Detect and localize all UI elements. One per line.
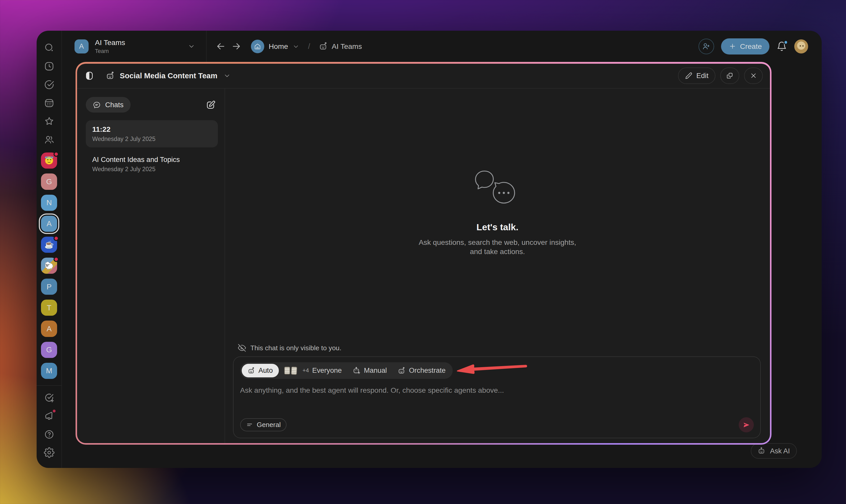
empty-state-title: Let's talk. (477, 222, 518, 233)
workspace-avatar[interactable]: N (41, 195, 57, 211)
empty-state: Let's talk. Ask questions, search the we… (225, 168, 770, 256)
navigation: Home / AI Teams (207, 40, 362, 53)
avatar-glyph: G (46, 177, 52, 186)
speech-bubbles-icon (470, 168, 524, 209)
rail-divider (37, 385, 62, 386)
robot-icon (758, 447, 766, 455)
avatar-glyph: ☕ (44, 240, 54, 249)
ask-ai-button[interactable]: Ask AI (751, 443, 797, 459)
settings-icon[interactable] (44, 447, 54, 458)
context-chip-general[interactable]: General (240, 418, 287, 431)
app-window: 😇 G N A ☕ 🐑 P T A G M (37, 31, 822, 468)
chat-list-item[interactable]: AI Content Ideas and Topics Wednesday 2 … (86, 151, 218, 178)
mode-auto[interactable]: Auto (242, 364, 279, 377)
avatar-glyph: N (46, 198, 52, 207)
chats-tab-label: Chats (105, 101, 124, 109)
workspace-avatar[interactable]: M (41, 363, 57, 379)
team-switcher[interactable]: A AI Teams Team (62, 31, 207, 62)
favorites-icon[interactable] (44, 116, 54, 127)
mode-orchestrate[interactable]: Orchestrate (392, 364, 451, 377)
team-subtitle: Team (95, 48, 125, 54)
back-button[interactable] (215, 41, 226, 52)
agent-mode-selector: Auto +4 Everyone Manual (240, 362, 453, 379)
robot-icon (247, 367, 255, 374)
announcement-badge (52, 409, 56, 413)
user-avatar[interactable] (794, 39, 808, 53)
members-icon[interactable] (44, 134, 54, 145)
chevron-down-icon (188, 42, 195, 50)
empty-state-subtitle: Ask questions, search the web, uncover i… (419, 238, 576, 256)
workspace-avatar[interactable]: ☕ (41, 237, 57, 253)
mode-manual[interactable]: Manual (347, 364, 392, 377)
breadcrumb-home[interactable]: Home (251, 40, 299, 53)
create-button-label: Create (740, 42, 762, 51)
forward-button[interactable] (231, 41, 242, 52)
search-icon[interactable] (44, 42, 54, 53)
chats-tab[interactable]: Chats (86, 97, 131, 112)
message-composer: Auto +4 Everyone Manual (233, 356, 761, 438)
notifications-button[interactable] (776, 41, 787, 52)
avatar-face (800, 45, 801, 47)
send-button[interactable] (739, 417, 754, 432)
close-button[interactable] (744, 68, 763, 84)
agent-avatar (291, 366, 297, 375)
chat-title: AI Content Ideas and Topics (92, 156, 211, 164)
chat-title: 11:22 (92, 125, 211, 133)
notification-dot (53, 151, 59, 157)
chat-list: 11:22 Wednesday 2 July 2025 AI Content I… (86, 120, 218, 178)
avatar-glyph: A (47, 324, 52, 333)
eye-off-icon (238, 344, 246, 352)
workspace-avatar[interactable]: G (41, 342, 57, 358)
empty-subtitle-line2: and take actions. (470, 247, 525, 256)
robot-plus-icon (352, 366, 361, 375)
chat-date: Wednesday 2 July 2025 (92, 136, 211, 143)
plus-icon (729, 42, 736, 50)
workspace-avatar[interactable]: 😇 (41, 152, 57, 168)
avatar-glyph: M (46, 366, 52, 375)
modal-header: Social Media Content Team Edit (77, 64, 770, 89)
new-chat-icon[interactable] (206, 100, 216, 110)
pencil-icon (685, 72, 692, 79)
chevron-down-icon (292, 43, 299, 50)
avatar-glyph: G (46, 345, 52, 354)
home-icon (251, 40, 264, 53)
robot-icon (106, 71, 115, 80)
chat-list-item[interactable]: 11:22 Wednesday 2 July 2025 (86, 120, 218, 147)
invite-user-button[interactable] (698, 39, 714, 54)
chat-date: Wednesday 2 July 2025 (92, 166, 211, 173)
announcements-icon[interactable] (44, 411, 54, 421)
expand-button[interactable] (720, 68, 739, 84)
workspace-avatar[interactable]: T (41, 300, 57, 316)
sidebar-toggle-icon[interactable] (84, 71, 94, 81)
workspace-avatar[interactable]: G (41, 174, 57, 190)
notification-dot (53, 257, 59, 262)
modal-team-menu[interactable]: Social Media Content Team (106, 71, 231, 80)
breadcrumb-current[interactable]: AI Teams (319, 42, 362, 51)
edit-button[interactable]: Edit (678, 68, 715, 84)
avatar-glyph: 😇 (44, 156, 54, 165)
calendar-icon[interactable] (44, 97, 54, 108)
visibility-note-text: This chat is only visible to you. (251, 344, 342, 352)
avatar-glyph: P (47, 283, 52, 291)
message-input[interactable] (240, 386, 754, 410)
agent-avatar (284, 366, 290, 375)
team-chat-modal: Social Media Content Team Edit (75, 62, 772, 445)
workspace-avatar[interactable]: P (41, 278, 57, 295)
team-meta: AI Teams Team (95, 38, 125, 54)
chats-panel: Chats 11:22 Wednesday 2 July 2025 AI Con… (77, 89, 225, 443)
history-icon[interactable] (44, 61, 54, 72)
visibility-note: This chat is only visible to you. (238, 344, 341, 352)
mode-everyone[interactable]: +4 Everyone (279, 364, 347, 377)
tasks-icon[interactable] (44, 79, 54, 90)
workspace-avatar[interactable]: A (41, 321, 57, 337)
add-task-icon[interactable] (44, 393, 54, 403)
rail-bottom-icons (44, 393, 54, 458)
top-actions: Create (698, 38, 822, 54)
desktop-background: 😇 G N A ☕ 🐑 P T A G M (0, 0, 846, 504)
expand-icon (726, 72, 733, 79)
create-button[interactable]: Create (721, 38, 770, 54)
help-icon[interactable] (44, 429, 54, 440)
workspace-avatar-selected[interactable]: A (41, 216, 57, 232)
edit-button-label: Edit (696, 72, 708, 80)
workspace-avatar[interactable]: 🐑 (41, 258, 57, 274)
